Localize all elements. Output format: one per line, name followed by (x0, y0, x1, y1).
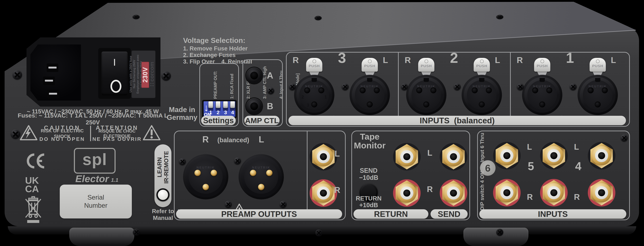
screw-icon (132, 15, 140, 19)
ukca-mark: UK CA (25, 176, 39, 193)
rca-out-r-label: R (332, 185, 342, 195)
section-divider (307, 131, 308, 218)
xlr-push-tab[interactable]: PUSH (534, 58, 550, 72)
general-warning-icon (142, 124, 161, 141)
fuse-note: Use only with a 250V fuse Nur Sicherung … (129, 53, 143, 95)
power-off-glyph (110, 80, 122, 93)
screw-icon (342, 83, 349, 90)
corcom-grid-icon: ∷ (149, 83, 155, 86)
iec-pin (43, 77, 55, 85)
rca-input-6-left[interactable] (492, 141, 521, 170)
xlr-input-1-right[interactable]: NEUTRIK (522, 75, 562, 115)
rca-tape-send-right[interactable] (439, 179, 468, 208)
rca-tape-return-right[interactable] (392, 179, 421, 208)
xlr-output-right[interactable]: NEUTRIK (183, 154, 228, 199)
voltage-selection-step: 1. Remove Fuse Holder (183, 45, 248, 52)
rca-input-5-left[interactable] (540, 141, 568, 170)
chassis-foot (464, 228, 528, 246)
tape-send-bar: SEND (430, 209, 468, 219)
iec-pin (47, 90, 59, 98)
preamp-balanced-note: (balanced) (219, 136, 248, 144)
screw-icon (225, 201, 232, 208)
amp-ctl-a-label: A (264, 71, 276, 80)
screw-icon (496, 229, 503, 236)
voltage-selection-step: 2. Exchange Fuses (183, 52, 236, 58)
screw-icon (517, 83, 524, 90)
tape-row-r-label: R (424, 185, 435, 194)
dip-switch-4[interactable] (230, 101, 235, 108)
input2-number: 2 (445, 50, 463, 66)
rca-input-5-right[interactable] (540, 178, 568, 207)
rca-input-6-right[interactable] (492, 178, 521, 207)
amp-ctl-jack-a[interactable] (246, 67, 262, 84)
tape-title-line2: Monitor (352, 141, 388, 150)
spl-logo: spl (74, 148, 116, 174)
xlr-push-tab[interactable]: PUSH (418, 58, 434, 72)
neutrik-logo-icon (480, 59, 484, 63)
screw-icon (314, 16, 322, 20)
screw-icon (454, 83, 461, 90)
neutrik-logo-icon (596, 59, 600, 63)
dip-number: 2 (216, 109, 221, 115)
voltage-selection-title: Voltage Selection: (183, 36, 245, 45)
input6-thru-note: Input 6 Thru (479, 130, 485, 165)
power-ratings-line2: Fuses: ~ 115VAC: T 1A L 250V / ~230VAC: … (17, 115, 169, 123)
screw-icon (315, 230, 322, 237)
xlr-input-2-right[interactable]: NEUTRIK (406, 75, 446, 115)
xlr-push-tab[interactable]: PUSH (590, 58, 606, 72)
screw-icon (496, 15, 503, 19)
rca-input-4-left[interactable] (587, 141, 616, 170)
refer-to-manual-line2: Manual (149, 215, 177, 221)
screw-icon (280, 201, 287, 208)
screw-icon (133, 229, 140, 236)
rca-tape-send-left[interactable] (439, 142, 468, 171)
refer-to-manual-line1: Refer to (149, 208, 177, 215)
neutrik-logo-icon (312, 59, 316, 63)
rca-input-4-right[interactable] (587, 178, 616, 207)
xlr-push-tab[interactable]: PUSH (474, 58, 490, 72)
amp-ctl-bar: AMP CTL (244, 116, 280, 125)
attention-line1: RISQUE DE CHOC ÉLECTRIQUE (91, 131, 143, 136)
input5-number: 5 (525, 160, 536, 173)
dip-switch-2[interactable] (216, 101, 220, 108)
section-divider (510, 53, 511, 125)
settings-bar: Settings (201, 116, 236, 125)
tape-return-line2: +10dB (354, 202, 384, 209)
dip-switch-1[interactable] (208, 101, 213, 108)
preamp-outputs-bar: PREAMP OUTPUTS (176, 209, 342, 219)
inputs-row-r-label: R (524, 192, 535, 202)
screw-icon (12, 70, 22, 80)
learn-ir-remote-button[interactable] (156, 188, 170, 201)
dip-number: 4 (230, 109, 235, 115)
rca-tape-return-left[interactable] (392, 142, 421, 171)
screw-icon (401, 83, 408, 90)
weee-bin-icon (24, 195, 42, 224)
preamp-l-label: L (255, 134, 268, 144)
xlr-input-2-left[interactable]: NEUTRIK (462, 75, 502, 115)
corcom-logo: ∷ corcom (148, 56, 156, 92)
input4-number: 4 (572, 160, 584, 173)
tape-return-bar: RETURN (354, 209, 428, 219)
screw-icon (570, 83, 577, 90)
line-inputs-bar: INPUTS (479, 209, 626, 219)
dip-switch-3[interactable] (223, 101, 228, 108)
inputs-row-l-label: L (524, 142, 535, 151)
rear-panel: I Use only with a 250V fuse Nur Sicherun… (0, 0, 644, 246)
screw-icon (161, 71, 171, 81)
screw-icon (179, 158, 186, 165)
dip-number: 3 (223, 109, 228, 115)
xlr-input-3-left[interactable]: NEUTRIK (350, 75, 390, 115)
input3-left-label: L (379, 55, 392, 65)
input2-right-label: R (402, 55, 414, 65)
amp-ctl-jack-b[interactable] (246, 98, 262, 114)
dip4-note: DIP switch 4 ON: (479, 168, 485, 212)
xlr-push-tab[interactable]: PUSH (306, 58, 322, 72)
preamp-r-label: R (199, 134, 212, 144)
xlr-input-3-right[interactable]: NEUTRIK 2 1 3 (294, 75, 334, 115)
xlr-output-left[interactable]: NEUTRIK (238, 154, 284, 199)
xlr-input-1-left[interactable]: NEUTRIK (578, 75, 618, 115)
inputs-row-r-label: R (572, 192, 582, 202)
screw-icon (621, 134, 628, 142)
amp-ctl-b-label: B (264, 102, 276, 111)
xlr-push-tab[interactable]: PUSH (362, 58, 378, 72)
